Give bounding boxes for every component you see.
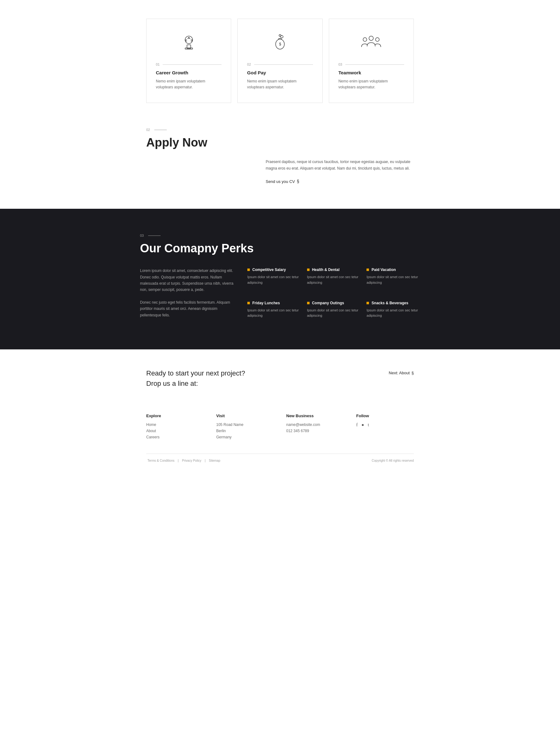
- cards-section: 01 Career Growth Nemo enim ipsam volupta…: [140, 0, 420, 115]
- perk-item-3: Paid Vacation Ipsum dolor sit amet con s…: [366, 268, 420, 291]
- perks-content: Lorem ipsum dolor sit amet, consectetuer…: [140, 268, 420, 324]
- apply-link-text: Send us you CV: [266, 179, 295, 184]
- perk-bullet-2: [307, 268, 310, 271]
- perks-section: 03 Our Comapny Perks Lorem ipsum dolor s…: [0, 209, 560, 349]
- perk-item-6: Snacks & Beverages Ipsum dolor sit amet …: [366, 301, 420, 324]
- footer-address3: Germany: [216, 435, 274, 439]
- card-title-2: God Pay: [247, 70, 266, 75]
- card-desc-1: Nemo enim ipsam voluptatem voluptears as…: [156, 78, 222, 90]
- social-icons: f ● t: [356, 423, 414, 427]
- perk-desc-4: Ipsum dolor sit amet con sec tetur adipi…: [247, 308, 301, 319]
- footer-explore-title: Explore: [146, 413, 204, 418]
- card-num-row-1: 01: [156, 63, 222, 66]
- facebook-icon[interactable]: f: [356, 423, 358, 427]
- card-line-3: [345, 64, 404, 65]
- card-1: 01 Career Growth Nemo enim ipsam volupta…: [146, 19, 231, 103]
- apply-title: Apply Now: [146, 136, 414, 149]
- perk-title-4: Friday Lunches: [247, 301, 301, 305]
- perk-desc-1: Ipsum dolor sit amet con sec tetur adipi…: [247, 274, 301, 285]
- perk-title-3: Paid Vacation: [366, 268, 420, 272]
- apply-section-label: 02: [146, 128, 414, 132]
- instagram-icon[interactable]: ●: [362, 423, 364, 427]
- card-desc-2: Nemo enim ipsam voluptatem voluptears as…: [247, 78, 313, 90]
- cta-section: Ready to start your next project? Drop u…: [140, 349, 420, 401]
- card-line-2: [254, 64, 313, 65]
- footer-inner: Explore Home About Careers Visit 105 Roa…: [140, 401, 420, 472]
- card-icon-2: $: [247, 31, 313, 53]
- card-num-3: 03: [338, 63, 342, 66]
- perks-grid: Competitive Salary Ipsum dolor sit amet …: [247, 268, 420, 324]
- card-3: 03 Teamwork Nemo enim ipsam voluptatem v…: [329, 19, 414, 103]
- apply-left: [146, 159, 253, 184]
- perk-item-2: Health & Dental Ipsum dolor sit amet con…: [307, 268, 361, 291]
- footer-follow-title: Follow: [356, 413, 414, 418]
- perk-title-2: Health & Dental: [307, 268, 361, 272]
- perk-desc-2: Ipsum dolor sit amet con sec tetur adipi…: [307, 274, 361, 285]
- terms-link[interactable]: Terms & Conditions: [147, 459, 175, 462]
- perks-text1: Lorem ipsum dolor sit amet, consectetuer…: [140, 268, 238, 293]
- legal-sep2: |: [205, 459, 206, 462]
- perk-item-1: Competitive Salary Ipsum dolor sit amet …: [247, 268, 301, 291]
- cta-line1: Ready to start your next project?: [146, 368, 245, 378]
- perks-left: Lorem ipsum dolor sit amet, consectetuer…: [140, 268, 238, 324]
- perk-bullet-1: [247, 268, 250, 271]
- sitemap-link[interactable]: Sitemap: [209, 459, 220, 462]
- card-num-row-2: 02: [247, 63, 313, 66]
- apply-num: 02: [146, 128, 150, 132]
- footer-careers-link[interactable]: Careers: [146, 435, 204, 439]
- perk-item-5: Company Outings Ipsum dolor sit amet con…: [307, 301, 361, 324]
- footer-new-business: New Business name@website.com 012 345 67…: [286, 413, 344, 441]
- footer-follow: Follow f ● t: [356, 413, 414, 441]
- next-about-link[interactable]: Next: About §: [389, 371, 414, 375]
- footer-copyright: Copyright © All rights reserved: [372, 459, 414, 462]
- apply-arrow-icon: §: [297, 179, 299, 184]
- card-num-1: 01: [156, 63, 160, 66]
- apply-content: Praesent dapibus, neque id cursus faucib…: [146, 159, 414, 184]
- perk-desc-5: Ipsum dolor sit amet con sec tetur adipi…: [307, 308, 361, 319]
- perk-title-5: Company Outings: [307, 301, 361, 305]
- perk-bullet-6: [366, 302, 369, 304]
- footer-address2: Berlin: [216, 429, 274, 433]
- footer-phone: 012 345 6789: [286, 429, 344, 433]
- apply-right: Praesent dapibus, neque id cursus faucib…: [266, 159, 414, 184]
- perk-bullet-5: [307, 302, 310, 304]
- perk-title-6: Snacks & Beverages: [366, 301, 420, 305]
- footer-address1: 105 Road Name: [216, 423, 274, 427]
- footer-explore: Explore Home About Careers: [146, 413, 204, 441]
- card-icon-1: [156, 31, 222, 53]
- perks-section-label: 03: [140, 234, 420, 237]
- apply-desc: Praesent dapibus, neque id cursus faucib…: [266, 159, 414, 171]
- card-desc-3: Nemo enim ipsam voluptatem voluptears as…: [338, 78, 404, 90]
- card-num-row-3: 03: [338, 63, 404, 66]
- card-line-1: [163, 64, 222, 65]
- perks-num: 03: [140, 234, 144, 237]
- card-2: $ 02 God Pay Nemo enim ipsam voluptatem …: [237, 19, 322, 103]
- svg-point-6: [279, 35, 281, 36]
- card-icon-3: [338, 31, 404, 53]
- footer: Explore Home About Careers Visit 105 Roa…: [0, 401, 560, 472]
- perks-title: Our Comapny Perks: [140, 242, 420, 255]
- legal-sep1: |: [178, 459, 179, 462]
- twitter-icon[interactable]: t: [368, 423, 369, 427]
- footer-email: name@website.com: [286, 423, 344, 427]
- footer-about-link[interactable]: About: [146, 429, 204, 433]
- svg-text:$: $: [279, 42, 281, 46]
- perk-item-4: Friday Lunches Ipsum dolor sit amet con …: [247, 301, 301, 324]
- card-num-2: 02: [247, 63, 251, 66]
- next-arrow-icon: §: [412, 371, 414, 375]
- perk-title-1: Competitive Salary: [247, 268, 301, 272]
- cta-text-block: Ready to start your next project? Drop u…: [146, 368, 245, 389]
- footer-legal: Terms & Conditions | Privacy Policy | Si…: [146, 459, 222, 462]
- privacy-link[interactable]: Privacy Policy: [182, 459, 201, 462]
- footer-home-link[interactable]: Home: [146, 423, 204, 427]
- card-title-1: Career Growth: [156, 70, 188, 75]
- footer-visit-title: Visit: [216, 413, 274, 418]
- footer-bottom: Terms & Conditions | Privacy Policy | Si…: [146, 454, 414, 462]
- perks-inner: 03 Our Comapny Perks Lorem ipsum dolor s…: [140, 234, 420, 324]
- svg-point-8: [363, 38, 367, 41]
- footer-visit: Visit 105 Road Name Berlin Germany: [216, 413, 274, 441]
- svg-point-7: [369, 36, 373, 40]
- next-label: Next: About: [389, 371, 410, 375]
- apply-label-line: [154, 130, 167, 130]
- apply-cv-link[interactable]: Send us you CV §: [266, 179, 414, 184]
